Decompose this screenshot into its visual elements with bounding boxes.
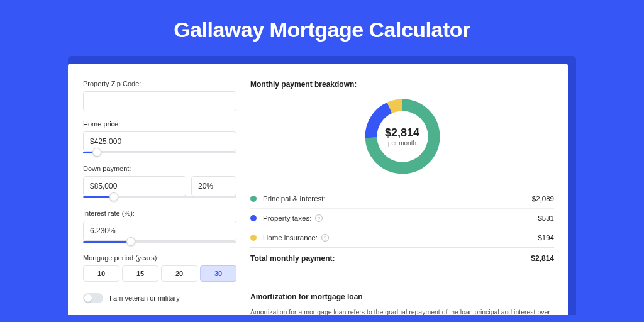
field-period: Mortgage period (years): 10152030 [83, 254, 236, 282]
rate-slider[interactable] [83, 239, 236, 245]
calculator-card: Property Zip Code: Home price: Down paym… [68, 64, 568, 315]
rate-label: Interest rate (%): [83, 209, 236, 217]
breakdown-panel: Monthly payment breakdown: $2,814 per mo… [236, 80, 554, 315]
breakdown-label: Property taxes: [263, 214, 311, 222]
page-title: Gallaway Mortgage Calculator [0, 0, 644, 56]
veteran-label: I am veteran or military [109, 294, 180, 302]
down-percent-input[interactable] [191, 176, 236, 196]
breakdown-row: Property taxes:?$531 [250, 209, 554, 228]
price-input[interactable] [83, 131, 236, 152]
breakdown-value: $194 [538, 234, 554, 242]
info-icon[interactable]: ? [315, 214, 323, 222]
down-label: Down payment: [83, 165, 236, 172]
card-shadow: Property Zip Code: Home price: Down paym… [68, 56, 576, 315]
amort-title: Amortization for mortgage loan [250, 292, 554, 301]
donut-chart: $2,814 per month [361, 95, 444, 178]
breakdown-label: Home insurance: [263, 234, 318, 242]
amort-text: Amortization for a mortgage loan refers … [250, 308, 554, 315]
field-price: Home price: [83, 120, 236, 156]
legend-dot [250, 196, 257, 202]
breakdown-value: $2,089 [532, 195, 554, 203]
veteran-toggle[interactable] [83, 293, 103, 303]
breakdown-value: $531 [538, 214, 554, 222]
period-btn-30[interactable]: 30 [200, 265, 236, 282]
period-label: Mortgage period (years): [83, 254, 236, 262]
field-down: Down payment: [83, 165, 236, 201]
total-label: Total monthly payment: [250, 254, 335, 263]
info-icon[interactable]: ? [321, 234, 329, 242]
breakdown-row: Principal & Interest:$2,089 [250, 189, 554, 209]
total-row: Total monthly payment: $2,814 [250, 247, 554, 269]
rate-input[interactable] [83, 221, 236, 241]
down-amount-input[interactable] [83, 176, 186, 196]
period-row: 10152030 [83, 265, 236, 282]
donut-amount: $2,814 [385, 126, 419, 140]
down-slider[interactable] [83, 194, 236, 201]
period-btn-10[interactable]: 10 [83, 265, 119, 282]
toggle-knob [84, 294, 92, 302]
field-zip: Property Zip Code: [83, 80, 236, 111]
zip-label: Property Zip Code: [83, 80, 236, 87]
veteran-row: I am veteran or military [83, 293, 236, 303]
amortization-section: Amortization for mortgage loan Amortizat… [250, 282, 554, 315]
total-value: $2,814 [531, 254, 554, 263]
period-btn-15[interactable]: 15 [122, 265, 158, 282]
breakdown-label: Principal & Interest: [263, 195, 326, 203]
breakdown-row: Home insurance:?$194 [250, 228, 554, 247]
price-slider[interactable] [83, 150, 236, 156]
field-rate: Interest rate (%): [83, 209, 236, 245]
zip-input[interactable] [83, 91, 236, 111]
period-btn-20[interactable]: 20 [161, 265, 197, 282]
form-panel: Property Zip Code: Home price: Down paym… [83, 80, 236, 315]
breakdown-list: Principal & Interest:$2,089Property taxe… [250, 189, 554, 247]
breakdown-title: Monthly payment breakdown: [250, 80, 554, 89]
price-label: Home price: [83, 120, 236, 128]
legend-dot [250, 235, 257, 241]
legend-dot [250, 215, 257, 221]
donut-sub: per month [388, 140, 416, 147]
donut-center: $2,814 per month [361, 95, 444, 178]
donut-wrap: $2,814 per month [250, 95, 554, 178]
